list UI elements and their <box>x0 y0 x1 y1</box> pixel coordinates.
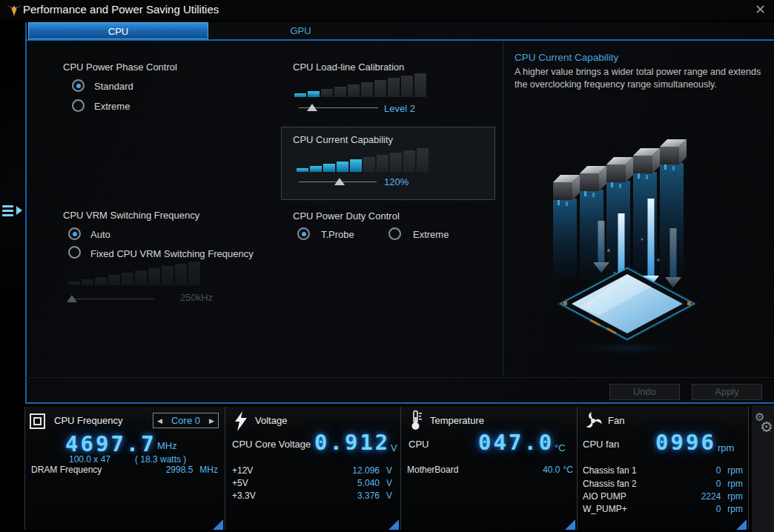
core-prev-icon[interactable]: ◀ <box>157 417 162 425</box>
footer-divider <box>25 377 774 378</box>
panel-resize-handle[interactable] <box>213 519 223 530</box>
loadline-slider-handle[interactable] <box>307 104 317 111</box>
cpu-frequency-title: CPU Frequency <box>54 415 122 426</box>
current-capability-slider-handle[interactable] <box>334 178 345 185</box>
panel-resize-handle[interactable] <box>736 519 747 530</box>
power-phase-standard-radio[interactable] <box>72 79 85 92</box>
voltage-bolt-icon <box>234 411 248 431</box>
fan-icon <box>583 411 603 430</box>
power-phase-standard-label[interactable]: Standard <box>94 81 133 92</box>
cpu-fan-label: CPU fan <box>583 439 619 450</box>
power-phase-extreme-radio[interactable] <box>72 99 85 112</box>
loadline-label: CPU Load-line Calibration <box>293 61 404 73</box>
core-voltage-value: 0.912 <box>314 430 390 455</box>
vrm-fixed-label[interactable]: Fixed CPU VRM Switching Frequency <box>90 248 254 259</box>
current-capability-value: 120% <box>384 176 408 187</box>
status-separator <box>748 407 749 530</box>
window-title: Performance and Power Saving Utilities <box>23 3 219 16</box>
cpu-frequency-unit: MHz <box>157 440 177 451</box>
cpu-watts: ( 18.3 watts ) <box>135 454 186 465</box>
temperature-title: Temperature <box>430 415 484 426</box>
status-separator <box>24 407 25 530</box>
tuf-logo-icon <box>5 3 23 18</box>
fan-row: AIO PUMP 2224rpm <box>583 491 743 502</box>
fan-row: Chassis fan 2 0rpm <box>583 479 743 489</box>
vrm-slider-handle <box>67 295 77 302</box>
voltage-row: +5V 5.040V <box>232 478 392 488</box>
thermometer-icon <box>409 410 423 430</box>
power-duty-extreme-radio[interactable] <box>388 227 401 240</box>
status-separator <box>577 407 578 530</box>
power-duty-tprobe-radio[interactable] <box>297 227 310 240</box>
menu-bar-icon <box>2 210 13 212</box>
fan-title: Fan <box>608 415 624 426</box>
cpu-fan-value: 0996 <box>655 430 716 455</box>
cpu-frequency-value: 4697.7 <box>65 431 156 456</box>
menu-bar-icon <box>2 205 13 207</box>
tab-gpu[interactable]: GPU <box>208 22 393 39</box>
cpu-temp-value: 047.0 <box>478 430 554 455</box>
temperature-row: MotherBoard 40.0°C <box>407 465 573 475</box>
power-duty-extreme-label[interactable]: Extreme <box>413 229 449 240</box>
voltage-title: Voltage <box>255 415 287 426</box>
vrm-auto-radio[interactable] <box>68 227 81 240</box>
vrm-auto-label[interactable]: Auto <box>90 229 110 240</box>
dram-row: DRAM Frequency 2998.5MHz <box>31 465 218 475</box>
cpu-illustration <box>538 102 724 358</box>
menu-expand-arrow-icon <box>16 206 22 215</box>
menu-flyout-button[interactable] <box>1 203 24 221</box>
settings-gear-icon[interactable]: ⚙ <box>760 418 773 436</box>
title-bar: Performance and Power Saving Utilities ✕ <box>0 0 774 21</box>
power-duty-tprobe-label[interactable]: T.Probe <box>321 229 354 240</box>
tab-underline <box>25 39 774 41</box>
cpu-ratio: 100.0 x 47 <box>69 454 110 465</box>
core-selector-value: Core 0 <box>171 415 200 426</box>
tab-cpu[interactable]: CPU <box>28 22 208 39</box>
close-icon[interactable]: ✕ <box>755 1 766 18</box>
loadline-ramp <box>294 73 426 97</box>
current-capability-ramp <box>297 148 429 172</box>
core-voltage-unit: V <box>391 442 397 453</box>
content-divider <box>503 41 503 376</box>
status-separator <box>400 407 401 530</box>
vrm-label: CPU VRM Switching Frequency <box>63 210 199 221</box>
cpu-temp-unit: °C <box>555 442 566 453</box>
core-selector[interactable]: ◀ Core 0 ▶ <box>153 413 219 428</box>
undo-button[interactable]: Undo <box>609 384 680 400</box>
core-next-icon[interactable]: ▶ <box>209 417 214 425</box>
vrm-value: 250kHz <box>180 292 213 303</box>
voltage-row: +12V 12.096V <box>232 465 392 476</box>
apply-button[interactable]: Apply <box>692 384 762 400</box>
voltage-row: +3.3V 3.376V <box>232 491 392 501</box>
power-phase-extreme-label[interactable]: Extreme <box>94 101 130 112</box>
info-description: A higher value brings a wider total powe… <box>515 66 767 90</box>
fan-row: W_PUMP+ 0rpm <box>583 504 743 514</box>
vrm-ramp <box>68 262 200 285</box>
status-separator <box>225 407 225 530</box>
dram-label: DRAM Frequency <box>31 465 102 475</box>
app-window: Performance and Power Saving Utilities ✕… <box>0 0 774 532</box>
power-duty-label: CPU Power Duty Control <box>293 210 400 222</box>
loadline-value: Level 2 <box>384 103 415 114</box>
settings-strip: ⚙ ⚙ <box>752 405 774 532</box>
vrm-fixed-radio[interactable] <box>68 246 81 259</box>
cpu-chip-icon <box>30 413 45 429</box>
current-capability-label: CPU Current Capability <box>293 134 393 145</box>
power-phase-label: CPU Power Phase Control <box>63 61 177 73</box>
core-voltage-label: CPU Core Voltage <box>232 439 311 450</box>
cpu-fan-unit: rpm <box>718 442 734 453</box>
vrm-slider-track <box>73 299 154 299</box>
info-title: CPU Current Capability <box>515 52 618 63</box>
fan-row: Chassis fan 1 0rpm <box>583 465 743 476</box>
panel-resize-handle[interactable] <box>388 519 399 530</box>
cpu-temp-label: CPU <box>408 439 429 450</box>
menu-bar-icon <box>2 214 13 216</box>
panel-resize-handle[interactable] <box>565 519 575 530</box>
